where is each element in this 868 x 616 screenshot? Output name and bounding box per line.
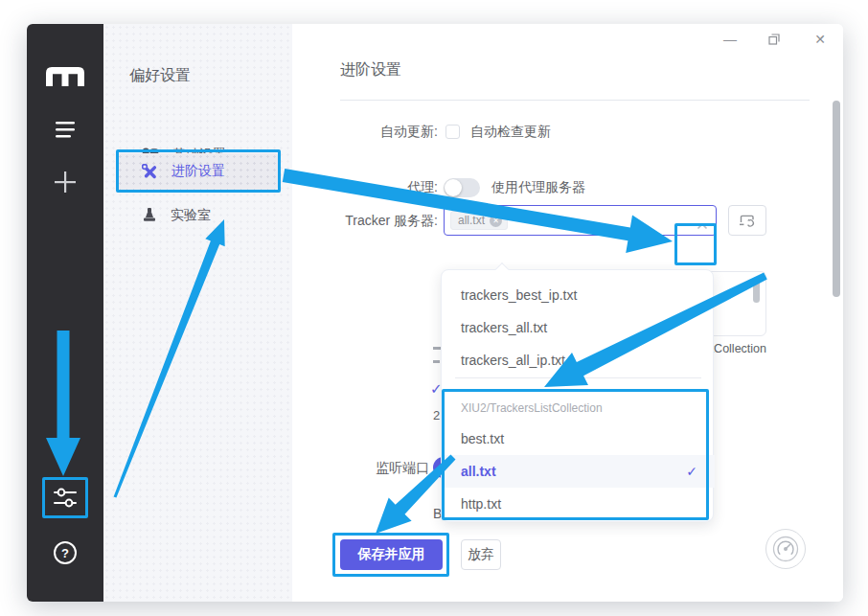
occluded-digit: 2 — [433, 408, 440, 422]
motrix-logo-icon — [46, 67, 84, 86]
screenshot-root: ? 偏好设置 基础设置 — [0, 0, 868, 616]
gauge-icon — [772, 536, 799, 562]
dropdown-item[interactable]: http.txt — [442, 488, 715, 520]
panel-title: 偏好设置 — [129, 66, 191, 86]
sidebar-item-label: 实验室 — [171, 207, 211, 224]
chevron-up-icon[interactable] — [697, 217, 708, 234]
dropdown-item-label: best.txt — [461, 431, 504, 446]
dropdown-item-label: all.txt — [461, 464, 496, 479]
textarea-scrollbar-thumb[interactable] — [753, 277, 760, 303]
check-icon: ✓ — [686, 464, 697, 479]
discard-button[interactable]: 放弃 — [461, 539, 501, 570]
maximize-icon — [768, 34, 780, 45]
advanced-settings-page: — ✕ 进阶设置 自动更新: 自动检查更新 代理: — [292, 24, 843, 602]
proxy-option-label: 使用代理服务器 — [491, 179, 585, 196]
listen-port-label: 监听端口 — [314, 460, 429, 477]
dropdown-item[interactable]: trackers_all.txt — [442, 311, 715, 344]
advanced-settings-icon — [142, 164, 158, 180]
tag-close-icon[interactable]: ✕ — [490, 215, 502, 227]
dropdown-item[interactable]: best.txt — [442, 422, 715, 455]
auto-update-label: 自动更新: — [266, 124, 438, 141]
tracker-label: Tracker 服务器: — [266, 213, 438, 230]
dropdown-item-label: trackers_best_ip.txt — [461, 287, 577, 303]
save-and-apply-button[interactable]: 保存并应用 — [340, 539, 443, 570]
close-icon: ✕ — [814, 32, 826, 47]
sidebar-item-advanced-settings[interactable]: 进阶设置 — [117, 153, 278, 190]
speed-gauge-button[interactable] — [765, 529, 806, 569]
help-icon[interactable]: ? — [27, 541, 103, 564]
task-list-icon[interactable] — [27, 118, 103, 141]
add-task-icon[interactable] — [27, 170, 103, 194]
sidebar: ? — [27, 24, 103, 602]
dropdown-item[interactable]: trackers_all_ip.txt — [442, 344, 715, 376]
proxy-label: 代理: — [266, 179, 438, 196]
tracker-dropdown: trackers_best_ip.txt trackers_all.txt tr… — [441, 269, 714, 522]
tag-label: all.txt — [458, 214, 485, 227]
proxy-toggle[interactable] — [444, 178, 480, 197]
sync-icon — [739, 214, 756, 228]
dropdown-notch — [495, 262, 509, 276]
lab-icon — [142, 208, 157, 223]
dropdown-item-selected[interactable]: all.txt ✓ — [442, 455, 715, 488]
help-glyph: ? — [54, 541, 77, 564]
motrix-logo — [27, 67, 103, 86]
sync-tracker-button[interactable] — [728, 205, 766, 236]
dropdown-divider — [455, 377, 701, 378]
app-window: ? 偏好设置 基础设置 — [27, 24, 843, 602]
dropdown-item-label: trackers_all.txt — [461, 320, 547, 335]
maximize-button[interactable] — [760, 28, 788, 51]
sidebar-item-label: 进阶设置 — [171, 163, 225, 180]
preferences-icon[interactable] — [27, 486, 103, 511]
dropdown-group-label: XIU2/TrackersListCollection — [461, 401, 696, 415]
occluded-text-fragment — [433, 360, 440, 363]
auto-update-checkbox[interactable] — [445, 125, 460, 139]
close-button[interactable]: ✕ — [806, 28, 834, 51]
auto-update-option-label: 自动检查更新 — [470, 124, 551, 141]
dropdown-item-label: trackers_all_ip.txt — [461, 353, 565, 368]
dropdown-item[interactable]: trackers_best_ip.txt — [442, 279, 715, 311]
toggle-knob — [445, 179, 462, 196]
page-title: 进阶设置 — [340, 60, 401, 80]
tracker-server-select[interactable]: all.txt ✕ — [444, 205, 717, 236]
page-scrollbar-thumb[interactable] — [833, 101, 840, 297]
minimize-icon: — — [723, 32, 737, 47]
dropdown-item-label: http.txt — [461, 496, 501, 512]
preferences-panel: 偏好设置 基础设置 进 — [103, 24, 292, 602]
selected-tracker-tag: all.txt ✕ — [450, 211, 508, 230]
title-divider — [340, 100, 810, 101]
sidebar-item-lab[interactable]: 实验室 — [117, 197, 278, 234]
minimize-button[interactable]: — — [716, 28, 744, 51]
